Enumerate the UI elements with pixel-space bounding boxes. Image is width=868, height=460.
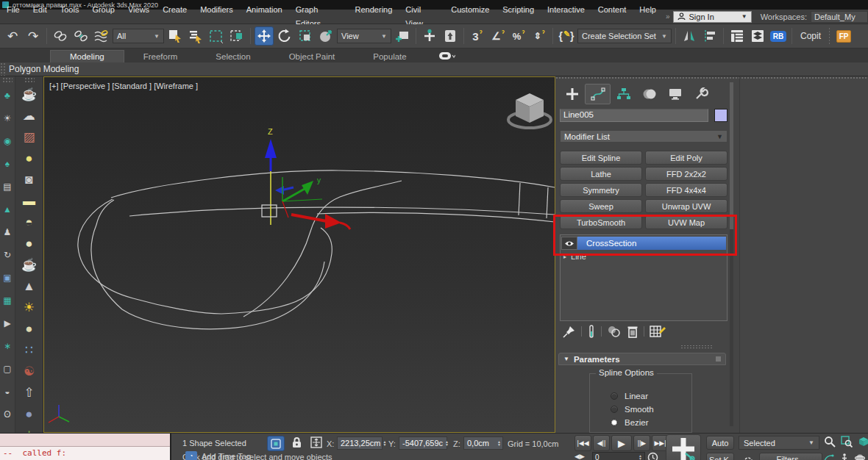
sweep-button[interactable]: Sweep [560, 199, 642, 213]
viewport-header-label[interactable]: [+] [Perspective ] [Standard ] [Wirefram… [49, 82, 198, 90]
sun-icon[interactable]: ☀ [4, 107, 12, 129]
modifier-list-dropdown[interactable]: Modifier List ▼ [560, 130, 728, 143]
ffd-4x4x4-button[interactable]: FFD 4x4x4 [645, 183, 728, 197]
isolate-selection-toggle[interactable] [267, 436, 285, 451]
ribbon-tab-selection[interactable]: Selection [196, 51, 269, 62]
orbit-icon[interactable] [855, 453, 865, 460]
key-filter-dropdown[interactable]: Selected ▼ [739, 436, 819, 450]
sun-bright-icon[interactable]: ☀ [24, 297, 35, 318]
key-filters-gizmo-icon[interactable] [741, 453, 755, 460]
rb-plugin-button[interactable]: RB [769, 26, 788, 46]
plant-icon[interactable]: ♣ [4, 84, 10, 107]
overflow-chevron-icon[interactable]: » [663, 12, 673, 21]
molecule-icon[interactable]: ☯ [24, 361, 35, 382]
spinner-arrows-icon[interactable]: ▲▼ [443, 440, 449, 446]
ffd-2x2x2-button[interactable]: FFD 2x2x2 [645, 167, 728, 181]
sphere-icon[interactable]: ● [25, 233, 32, 254]
camera-icon[interactable]: ◉ [4, 129, 11, 152]
perspective-viewport[interactable]: Z y [43, 76, 555, 433]
redo-button[interactable]: ↷ [24, 26, 43, 46]
camera-export-icon[interactable]: ⇧ [24, 382, 34, 403]
tree-icon[interactable]: ▲ [3, 198, 12, 220]
object-color-swatch[interactable] [714, 109, 728, 122]
align-icon[interactable] [700, 26, 719, 46]
area-light-icon[interactable]: ▬ [23, 190, 35, 212]
trees-icon[interactable]: ♠ [5, 152, 10, 175]
scrollbar-thumb[interactable] [730, 82, 733, 229]
undo-button[interactable]: ↶ [3, 26, 22, 46]
radio-circle-icon[interactable] [611, 392, 618, 400]
radio-smooth[interactable]: Smooth [611, 405, 654, 414]
edit-named-selection-sets-icon[interactable]: {✎} [557, 26, 576, 46]
configure-modifier-sets-icon[interactable] [650, 325, 666, 338]
ribbon-minimize-button[interactable] [439, 52, 455, 60]
cone-icon[interactable]: ▲ [23, 276, 35, 297]
set-keys-button[interactable] [666, 434, 701, 460]
uvw-map-button[interactable]: UVW Map [645, 215, 728, 229]
zoom-all-icon[interactable] [841, 436, 853, 448]
time-configuration-icon[interactable] [647, 452, 658, 460]
rollout-splitter[interactable] [680, 345, 713, 348]
spinner-snap-toggle-button[interactable]: ⇕ˀ [530, 26, 549, 46]
spinner-arrows-icon[interactable]: ▲▼ [380, 440, 386, 446]
mirror-icon[interactable] [680, 26, 699, 46]
play-button[interactable]: ▶ [611, 435, 632, 451]
sphere-tan-icon[interactable]: ● [25, 318, 32, 339]
view-cube[interactable] [508, 93, 551, 128]
viewport-canvas[interactable]: Z y [44, 77, 555, 432]
toolbar-grip[interactable] [2, 77, 13, 82]
make-unique-icon[interactable] [607, 325, 622, 338]
blue-box-icon[interactable]: ▣ [3, 266, 11, 289]
tab-motion[interactable] [636, 84, 662, 104]
edit-poly-button[interactable]: Edit Poly [645, 151, 728, 165]
cloud-icon[interactable]: ☁ [23, 105, 35, 126]
ribbon-tab-object-paint[interactable]: Object Paint [270, 51, 355, 62]
select-and-move-button[interactable] [255, 26, 274, 46]
ribbon-grip[interactable] [0, 62, 6, 76]
edit-spline-button[interactable]: Edit Spline [560, 151, 642, 165]
unlink-selection-icon[interactable] [71, 26, 90, 46]
pin-stack-icon[interactable] [563, 325, 576, 338]
set-key-button[interactable]: Set K. [706, 453, 734, 460]
lightbulb-icon[interactable]: ● [25, 148, 32, 169]
layer-explorer-icon[interactable] [748, 26, 767, 46]
wireframe-spline-object[interactable] [78, 170, 555, 329]
zoom-icon[interactable] [824, 436, 836, 448]
angle-snap-toggle-button[interactable]: ∠ˀ [488, 26, 508, 46]
current-frame-field[interactable]: 0 ▲▼ [592, 452, 645, 460]
zoom-region-icon[interactable] [824, 453, 834, 460]
lathe-button[interactable]: Lathe [560, 167, 642, 181]
radio-circle-icon[interactable] [611, 419, 618, 426]
tab-hierarchy[interactable] [611, 84, 636, 104]
teapot-icon[interactable]: ☕ [21, 84, 37, 105]
radio-bezier[interactable]: Bezier [611, 418, 649, 427]
copitor-button[interactable]: Copit [796, 31, 825, 41]
selection-lock-toggle[interactable] [291, 436, 302, 452]
visibility-eye-icon[interactable] [561, 237, 577, 250]
select-by-name-icon[interactable] [186, 26, 205, 46]
panel-scrollbar[interactable] [730, 82, 733, 426]
ribbon-tab-modeling[interactable]: Modeling [50, 50, 124, 62]
window-crossing-icon[interactable] [227, 26, 246, 46]
scene-explorer-icon[interactable] [728, 26, 747, 46]
parameters-rollout-header[interactable]: ▼ Parameters [558, 353, 726, 365]
y-coord-field[interactable]: -5407,659c ▲▼ [399, 436, 447, 450]
turbosmooth-button[interactable]: TurboSmooth [560, 215, 642, 229]
select-object-icon[interactable] [166, 26, 185, 46]
previous-frame-button[interactable]: ◀|| [593, 435, 610, 451]
rotate-icon[interactable]: ↻ [4, 243, 11, 266]
macro-recorder-pane[interactable] [0, 434, 170, 447]
tab-modify[interactable] [585, 84, 611, 104]
radio-circle-icon[interactable] [611, 406, 618, 413]
grid-plus-icon[interactable]: ▦ [3, 289, 11, 312]
z-coord-field[interactable]: 0,0cm ▲▼ [463, 436, 503, 450]
snaps-toggle-3d-button[interactable]: 3ˀ [468, 26, 487, 46]
render-frame-icon[interactable]: ▨ [23, 126, 35, 148]
stack-item-line[interactable]: ▸ Line [563, 251, 725, 262]
rock-icon[interactable]: ● [25, 403, 32, 425]
go-to-start-button[interactable]: |◀◀ [574, 435, 591, 451]
film-camera-icon[interactable]: ◙ [25, 169, 32, 190]
select-and-manipulate-icon[interactable] [420, 26, 439, 46]
percent-snap-toggle-button[interactable]: %ˀ [509, 26, 528, 46]
named-selection-sets-dropdown[interactable]: Create Selection Set ▼ [577, 29, 672, 43]
